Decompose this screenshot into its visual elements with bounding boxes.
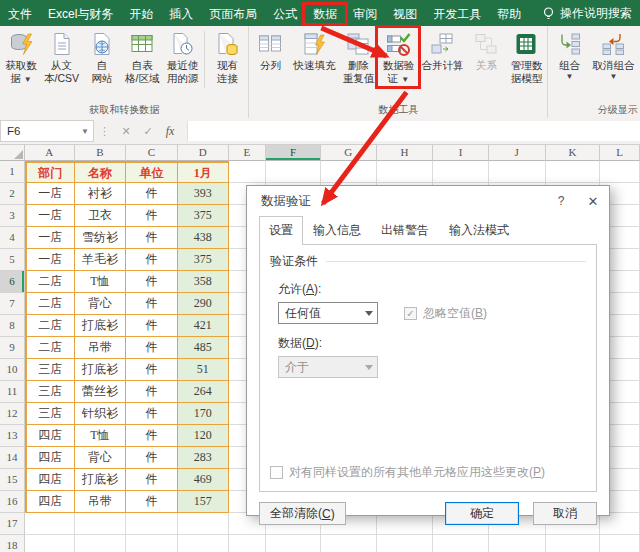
column-header-E[interactable]: E	[229, 144, 267, 161]
row-header-4[interactable]: 4	[0, 227, 25, 249]
row-header-15[interactable]: 15	[0, 469, 25, 491]
cell-D5[interactable]: 375	[178, 249, 229, 271]
cell-D6[interactable]: 358	[178, 271, 229, 293]
row-header-7[interactable]: 7	[0, 293, 25, 315]
ribbon-button-manage-data-model[interactable]: 管理数据模型	[506, 28, 546, 84]
cell-A5[interactable]: 一店	[25, 249, 75, 271]
row-header-13[interactable]: 13	[0, 425, 25, 447]
ribbon-button-remove-duplicates[interactable]: 删除重复值	[338, 28, 378, 84]
column-header-F[interactable]: F	[266, 144, 321, 161]
cell-B5[interactable]: 羊毛衫	[75, 249, 127, 271]
ribbon-button-group[interactable]: 组合▼	[549, 28, 589, 81]
cell-D17[interactable]	[178, 513, 229, 535]
cell-K1[interactable]	[546, 161, 601, 183]
ribbon-tab-home[interactable]: 开始	[121, 3, 161, 25]
allow-dropdown[interactable]: 任何值	[278, 302, 378, 324]
cell-C18[interactable]	[126, 535, 178, 552]
cell-C17[interactable]	[126, 513, 178, 535]
confirm-entry-icon[interactable]: ✓	[137, 125, 159, 138]
ribbon-tab-page-layout[interactable]: 页面布局	[201, 3, 265, 25]
cell-A14[interactable]: 四店	[25, 447, 75, 469]
cell-L1[interactable]	[600, 161, 640, 183]
cell-D9[interactable]: 485	[178, 337, 229, 359]
name-box[interactable]: F6 ▼	[0, 120, 94, 142]
cell-A13[interactable]: 四店	[25, 425, 75, 447]
ribbon-tab-developer[interactable]: 开发工具	[425, 3, 489, 25]
cell-C14[interactable]: 件	[126, 447, 178, 469]
row-header-1[interactable]: 1	[0, 161, 25, 183]
row-header-10[interactable]: 10	[0, 359, 25, 381]
cell-C15[interactable]: 件	[126, 469, 178, 491]
cell-I18[interactable]	[433, 535, 489, 552]
column-header-B[interactable]: B	[75, 144, 127, 161]
cell-B7[interactable]: 背心	[75, 293, 127, 315]
insert-function-icon[interactable]: fx	[159, 124, 181, 139]
cell-D4[interactable]: 438	[178, 227, 229, 249]
cancel-button[interactable]: 取消	[533, 502, 597, 525]
cell-B10[interactable]: 打底衫	[75, 359, 127, 381]
cell-C3[interactable]: 件	[126, 205, 178, 227]
cell-D12[interactable]: 170	[178, 403, 229, 425]
column-header-K[interactable]: K	[546, 144, 601, 161]
row-header-6[interactable]: 6	[0, 271, 25, 293]
row-header-14[interactable]: 14	[0, 447, 25, 469]
ribbon-tab-file[interactable]: 文件	[0, 3, 40, 25]
cell-D7[interactable]: 290	[178, 293, 229, 315]
ribbon-tab-formulas[interactable]: 公式	[265, 3, 305, 25]
cell-G1[interactable]	[321, 161, 377, 183]
ribbon-button-ungroup[interactable]: 取消组合▼	[589, 28, 637, 81]
column-header-J[interactable]: J	[489, 144, 546, 161]
ribbon-tab-view[interactable]: 视图	[385, 3, 425, 25]
cell-D16[interactable]: 157	[178, 491, 229, 513]
cell-D2[interactable]: 393	[178, 183, 229, 205]
cell-B15[interactable]: 打底衫	[75, 469, 127, 491]
row-header-3[interactable]: 3	[0, 205, 25, 227]
cell-A6[interactable]: 二店	[25, 271, 75, 293]
cell-C10[interactable]: 件	[126, 359, 178, 381]
cell-C11[interactable]: 件	[126, 381, 178, 403]
clear-all-button[interactable]: 全部清除(C)	[259, 502, 346, 525]
cell-D1[interactable]: 1月	[178, 161, 229, 183]
cell-A12[interactable]: 三店	[25, 403, 75, 425]
cell-C1[interactable]: 单位	[126, 161, 178, 183]
cell-F1[interactable]	[266, 161, 321, 183]
cell-B9[interactable]: 吊带	[75, 337, 127, 359]
cell-A4[interactable]: 一店	[25, 227, 75, 249]
cell-B1[interactable]: 名称	[75, 161, 127, 183]
cell-A3[interactable]: 一店	[25, 205, 75, 227]
ribbon-button-get-data[interactable]: 获取数据 ▼	[1, 28, 41, 84]
dialog-title-bar[interactable]: 数据验证 ? ✕	[247, 186, 609, 216]
dialog-tab-设置[interactable]: 设置	[259, 216, 303, 245]
cell-D13[interactable]: 120	[178, 425, 229, 447]
cell-B18[interactable]	[75, 535, 127, 552]
row-header-5[interactable]: 5	[0, 249, 25, 271]
column-header-D[interactable]: D	[178, 144, 229, 161]
column-header-L[interactable]: L	[600, 144, 640, 161]
ribbon-tab-help[interactable]: 帮助	[489, 3, 529, 25]
select-all-corner[interactable]	[0, 144, 25, 161]
ribbon-button-recent-sources[interactable]: 最近使用的源	[162, 28, 202, 84]
cell-A18[interactable]	[25, 535, 75, 552]
cell-D8[interactable]: 421	[178, 315, 229, 337]
cell-A16[interactable]: 四店	[25, 491, 75, 513]
cell-C2[interactable]: 件	[126, 183, 178, 205]
dialog-tab-出错警告[interactable]: 出错警告	[371, 216, 439, 244]
cell-E18[interactable]	[229, 535, 267, 552]
cell-B16[interactable]: 吊带	[75, 491, 127, 513]
cell-J1[interactable]	[489, 161, 546, 183]
cell-B14[interactable]: 背心	[75, 447, 127, 469]
cell-D11[interactable]: 264	[178, 381, 229, 403]
cell-C8[interactable]: 件	[126, 315, 178, 337]
cell-D15[interactable]: 469	[178, 469, 229, 491]
cell-B3[interactable]: 卫衣	[75, 205, 127, 227]
ok-button[interactable]: 确定	[445, 502, 519, 525]
cell-A10[interactable]: 三店	[25, 359, 75, 381]
cell-A8[interactable]: 二店	[25, 315, 75, 337]
ribbon-button-consolidate[interactable]: 合并计算	[418, 28, 466, 72]
cell-B6[interactable]: T恤	[75, 271, 127, 293]
chevron-down-icon[interactable]	[361, 306, 377, 320]
ribbon-tab-excel-finance[interactable]: Excel与财务	[40, 3, 121, 25]
ribbon-button-from-web[interactable]: 自网站	[82, 28, 122, 84]
cell-A17[interactable]	[25, 513, 75, 535]
cell-B2[interactable]: 衬衫	[75, 183, 127, 205]
